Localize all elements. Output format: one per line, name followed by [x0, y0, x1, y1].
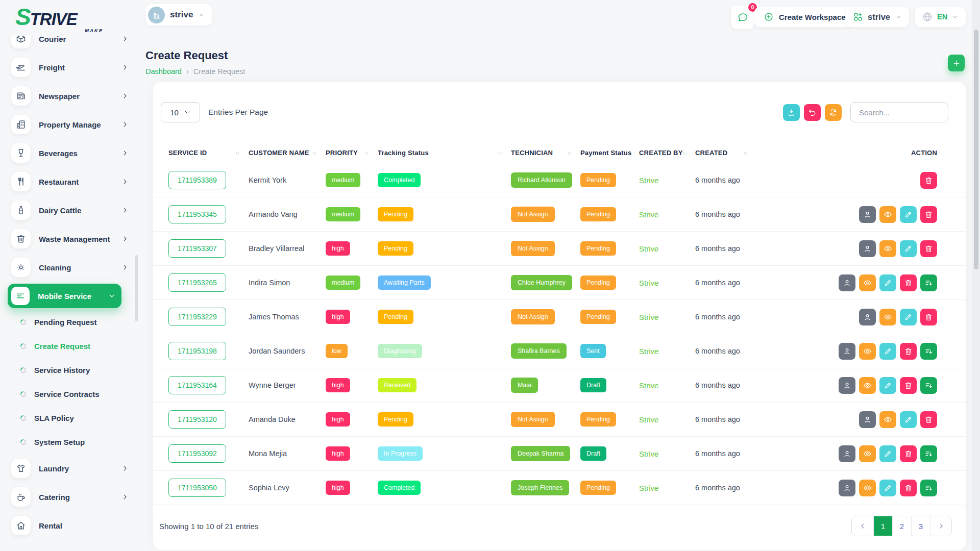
edit-action-button[interactable] [879, 445, 896, 462]
sort-arrows-icon[interactable]: ↑↓ [683, 150, 687, 156]
page-scrollbar-track[interactable] [972, 0, 980, 551]
entries-per-page-select[interactable]: 10 [161, 102, 200, 122]
sidebar-item-dairy-cattle[interactable]: Dairy Cattle [0, 196, 139, 224]
delete-action-button[interactable] [920, 411, 937, 428]
edit-action-button[interactable] [879, 480, 896, 496]
pagination-page-1[interactable]: 1 [873, 516, 892, 536]
sort-arrows-icon[interactable]: ↑↓ [498, 150, 502, 156]
chat-button[interactable]: 0 [731, 6, 754, 29]
playlist-action-button[interactable] [920, 343, 937, 360]
service-id-badge[interactable]: 1711953092 [168, 444, 226, 463]
playlist-action-button[interactable] [920, 445, 937, 462]
eye-action-button[interactable] [879, 240, 896, 257]
pagination-page-3[interactable]: 3 [911, 516, 930, 536]
sort-arrows-icon[interactable]: ↑↓ [567, 150, 571, 156]
language-switcher[interactable]: EN [915, 7, 966, 27]
sidebar-subitem-system-setup[interactable]: System Setup [0, 430, 139, 454]
sort-arrows-icon[interactable]: ↑↓ [312, 150, 316, 156]
user-action-button[interactable] [859, 240, 876, 257]
service-id-badge[interactable]: 1711953307 [168, 239, 226, 258]
create-workspace-button[interactable]: Create Workspace [754, 7, 855, 27]
sidebar-item-catering[interactable]: Catering [0, 483, 139, 511]
service-id-badge[interactable]: 1711953265 [168, 273, 226, 292]
user-action-button[interactable] [839, 445, 855, 462]
eye-action-button[interactable] [859, 274, 876, 291]
sidebar-subitem-create-request[interactable]: Create Request [0, 334, 139, 358]
user-action-button[interactable] [839, 480, 855, 496]
sidebar-item-waste-management[interactable]: Waste Management [0, 224, 139, 253]
sidebar-item-laundry[interactable]: Laundry [0, 454, 139, 483]
column-header-created[interactable]: CREATED↑↓ [691, 149, 752, 157]
delete-action-button[interactable] [920, 172, 937, 189]
user-action-button[interactable] [839, 377, 855, 394]
add-request-button[interactable] [948, 55, 965, 71]
edit-action-button[interactable] [879, 343, 896, 360]
sidebar-item-mobile-service[interactable]: Mobile Service [8, 284, 121, 308]
playlist-action-button[interactable] [920, 377, 937, 394]
edit-action-button[interactable] [900, 240, 917, 257]
service-id-badge[interactable]: 1711953389 [168, 171, 226, 189]
column-header-service-id[interactable]: SERVICE ID↑↓ [164, 149, 244, 157]
eye-action-button[interactable] [879, 411, 896, 428]
column-header-created-by[interactable]: CREATED BY↑↓ [635, 149, 691, 157]
service-id-badge[interactable]: 1711953120 [168, 410, 226, 429]
user-action-button[interactable] [859, 411, 876, 428]
playlist-action-button[interactable] [920, 274, 937, 291]
sidebar-item-cleaning[interactable]: Cleaning [0, 253, 139, 282]
service-id-badge[interactable]: 1711953229 [168, 308, 226, 326]
sidebar-item-rental[interactable]: Rental [0, 511, 139, 540]
app-logo[interactable]: STRIVE MAKE [0, 0, 139, 36]
eye-action-button[interactable] [859, 480, 876, 496]
pagination-page-2[interactable]: 2 [892, 516, 911, 536]
column-header-customer-name[interactable]: CUSTOMER NAME↑↓ [244, 149, 322, 157]
download-button[interactable] [783, 104, 800, 121]
sidebar-subitem-service-contracts[interactable]: Service Contracts [0, 382, 139, 406]
user-action-button[interactable] [839, 274, 855, 291]
sidebar-subitem-service-history[interactable]: Service History [0, 358, 139, 382]
edit-action-button[interactable] [900, 411, 917, 428]
service-id-badge[interactable]: 1711953198 [168, 342, 226, 360]
column-header-technician[interactable]: TECHNICIAN↑↓ [507, 149, 576, 157]
user-action-button[interactable] [839, 343, 855, 360]
column-header-tracking-status[interactable]: Tracking Status↑↓ [374, 149, 507, 157]
delete-action-button[interactable] [920, 309, 937, 325]
service-id-badge[interactable]: 1711953345 [168, 205, 226, 223]
eye-action-button[interactable] [859, 377, 876, 394]
delete-action-button[interactable] [900, 274, 917, 291]
refresh-button[interactable] [825, 104, 842, 121]
sidebar-item-restaurant[interactable]: Restaurant [0, 167, 139, 196]
edit-action-button[interactable] [900, 206, 917, 223]
sidebar-item-freight[interactable]: Freight [0, 53, 139, 82]
organization-switcher[interactable]: strive [846, 7, 909, 27]
sidebar-scrollbar[interactable] [135, 255, 138, 321]
edit-action-button[interactable] [879, 377, 896, 394]
sort-arrows-icon[interactable]: ↑↓ [364, 150, 369, 156]
column-header-priority[interactable]: PRIORITY↑↓ [322, 149, 374, 157]
sidebar-subitem-sla-policy[interactable]: SLA Policy [0, 406, 139, 430]
page-scrollbar-thumb[interactable] [974, 30, 978, 269]
sort-arrows-icon[interactable]: ↑↓ [743, 150, 747, 156]
service-id-badge[interactable]: 1711953050 [168, 479, 226, 497]
undo-button[interactable] [804, 104, 821, 121]
pagination-next-button[interactable] [930, 516, 951, 536]
sidebar-item-property-manage[interactable]: Property Manage [0, 110, 139, 139]
sidebar-item-beverages[interactable]: Beverages [0, 139, 139, 167]
sidebar-subitem-pending-request[interactable]: Pending Request [0, 310, 139, 334]
delete-action-button[interactable] [920, 240, 937, 257]
sort-arrows-icon[interactable]: ↑↓ [235, 150, 239, 156]
edit-action-button[interactable] [879, 274, 896, 291]
delete-action-button[interactable] [900, 377, 917, 394]
user-action-button[interactable] [859, 206, 876, 223]
user-action-button[interactable] [859, 309, 876, 325]
search-input[interactable] [850, 102, 948, 122]
eye-action-button[interactable] [879, 309, 896, 325]
eye-action-button[interactable] [879, 206, 896, 223]
breadcrumb-dashboard-link[interactable]: Dashboard [145, 67, 182, 76]
workspace-switcher[interactable]: strive [145, 4, 212, 26]
pagination-previous-button[interactable] [852, 516, 873, 536]
eye-action-button[interactable] [859, 343, 876, 360]
delete-action-button[interactable] [900, 480, 917, 496]
service-id-badge[interactable]: 1711953164 [168, 376, 226, 394]
sidebar-item-newspaper[interactable]: Newspaper [0, 82, 139, 110]
edit-action-button[interactable] [900, 309, 917, 325]
